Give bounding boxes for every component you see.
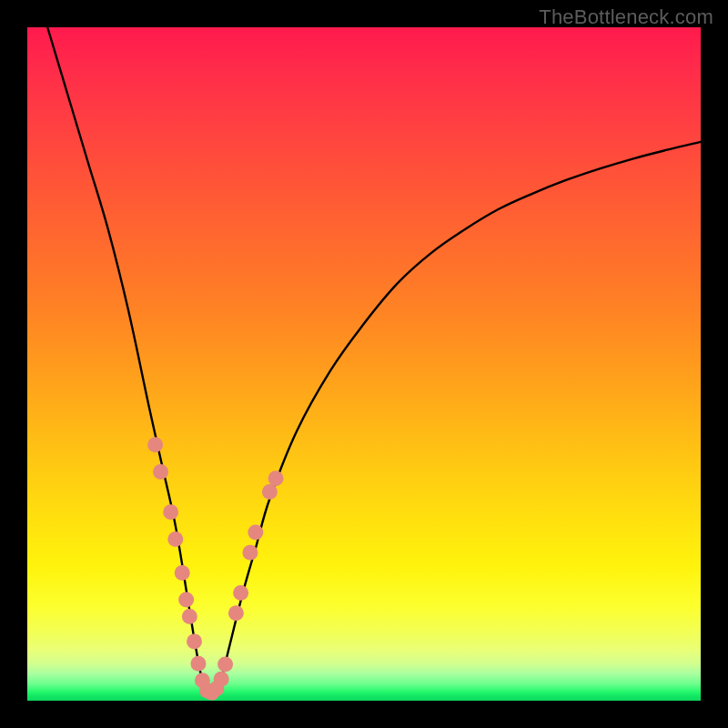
data-marker bbox=[178, 592, 194, 608]
data-marker bbox=[175, 565, 190, 581]
data-marker bbox=[233, 585, 248, 601]
marker-group bbox=[147, 437, 283, 700]
data-marker bbox=[187, 633, 202, 649]
data-marker bbox=[262, 484, 278, 500]
data-marker bbox=[190, 656, 206, 672]
data-marker bbox=[163, 504, 178, 520]
chart-container: TheBottleneck.com bbox=[0, 0, 728, 728]
data-marker bbox=[228, 605, 244, 621]
curve-layer bbox=[27, 27, 701, 701]
data-marker bbox=[147, 437, 163, 452]
data-marker bbox=[214, 672, 229, 687]
data-marker bbox=[182, 609, 197, 624]
bottleneck-curve bbox=[47, 27, 701, 694]
data-marker bbox=[242, 545, 258, 561]
data-marker bbox=[167, 531, 183, 547]
data-marker bbox=[217, 657, 233, 672]
data-marker bbox=[248, 525, 263, 541]
watermark-text: TheBottleneck.com bbox=[539, 5, 713, 29]
data-marker bbox=[268, 470, 284, 486]
data-marker bbox=[153, 464, 168, 480]
plot-area bbox=[27, 27, 701, 701]
